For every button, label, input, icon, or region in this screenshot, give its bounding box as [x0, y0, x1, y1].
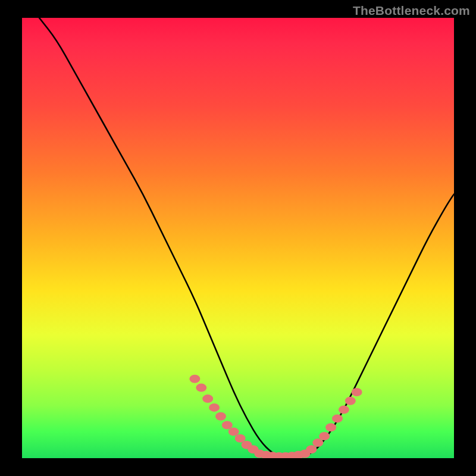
marker-dot	[202, 394, 213, 403]
marker-dot	[312, 439, 323, 447]
marker-dot	[345, 397, 356, 405]
watermark-text: TheBottleneck.com	[353, 4, 470, 18]
marker-dot	[352, 388, 362, 396]
marker-dot	[306, 445, 317, 453]
curve-path	[39, 18, 454, 458]
marker-dot	[189, 375, 200, 383]
curve-layer	[22, 18, 454, 458]
marker-dot	[319, 432, 330, 440]
marker-dot	[325, 423, 336, 431]
marker-dot	[339, 406, 349, 414]
chart-frame: TheBottleneck.com	[0, 0, 476, 476]
marker-dot	[332, 414, 343, 422]
marker-dot	[222, 421, 233, 430]
marker-dot	[215, 412, 226, 421]
plot-area	[22, 18, 454, 458]
marker-dot	[228, 428, 239, 436]
marker-dot	[196, 384, 206, 392]
marker-dot	[209, 403, 220, 412]
marker-dot	[235, 434, 246, 443]
